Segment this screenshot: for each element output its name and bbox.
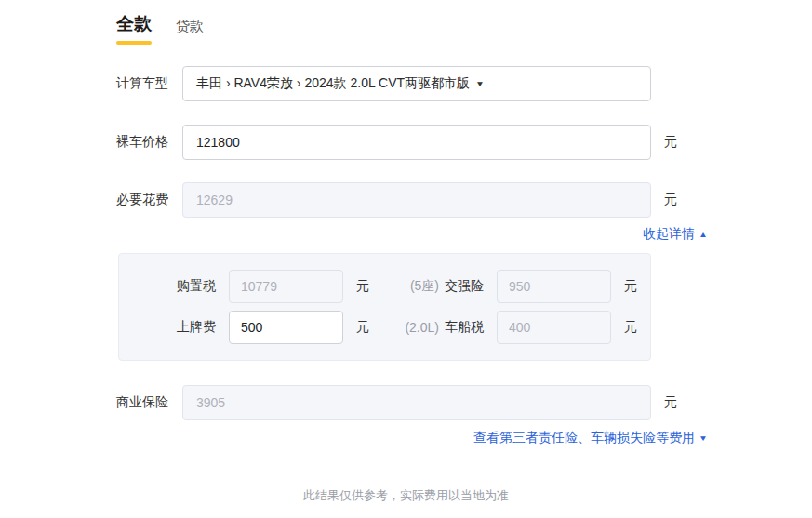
compulsory-insurance-unit: 元 bbox=[624, 278, 637, 295]
model-select[interactable]: 丰田 › RAV4荣放 › 2024款 2.0L CVT两驱都市版 ▼ bbox=[182, 66, 651, 101]
vehicle-tax-input bbox=[497, 311, 611, 344]
required-fees-label: 必要花费 bbox=[116, 192, 174, 208]
registration-fee-input[interactable] bbox=[229, 311, 343, 344]
collapse-details-link[interactable]: 收起详情 ▲ bbox=[643, 226, 708, 243]
model-row: 计算车型 丰田 › RAV4荣放 › 2024款 2.0L CVT两驱都市版 ▼ bbox=[116, 66, 677, 101]
commercial-insurance-input bbox=[182, 385, 651, 420]
chevron-down-icon: ▼ bbox=[699, 433, 708, 442]
model-label: 计算车型 bbox=[116, 75, 174, 92]
bare-price-unit: 元 bbox=[664, 134, 677, 151]
engine-prefix: (2.0L) bbox=[405, 320, 439, 335]
payment-tabs: 全款 贷款 bbox=[116, 0, 677, 45]
disclaimer-note: 此结果仅供参考，实际费用以当地为准 bbox=[0, 487, 812, 504]
tab-loan[interactable]: 贷款 bbox=[176, 18, 204, 45]
compulsory-insurance-input bbox=[497, 270, 611, 303]
vehicle-tax-unit: 元 bbox=[624, 319, 637, 336]
fees-detail-panel: 购置税 元 (5座) 交强险 元 上牌费 元 (2.0L) 车船税 元 bbox=[118, 253, 651, 361]
commercial-insurance-label: 商业保险 bbox=[116, 394, 174, 411]
purchase-tax-label: 购置税 bbox=[119, 278, 216, 295]
tab-loan-label: 贷款 bbox=[176, 18, 204, 33]
registration-fee-unit: 元 bbox=[356, 319, 369, 336]
bare-price-input[interactable] bbox=[182, 125, 651, 160]
bare-price-label: 裸车价格 bbox=[116, 134, 174, 151]
tab-full-payment[interactable]: 全款 bbox=[116, 12, 152, 45]
model-select-value: 丰田 › RAV4荣放 › 2024款 2.0L CVT两驱都市版 bbox=[196, 75, 470, 92]
seats-prefix: (5座) bbox=[410, 278, 439, 295]
view-more-insurance-link[interactable]: 查看第三者责任险、车辆损失险等费用 ▼ bbox=[473, 430, 708, 446]
price-calculator-page: 全款 贷款 计算车型 丰田 › RAV4荣放 › 2024款 2.0L CVT两… bbox=[0, 0, 812, 518]
commercial-insurance-row: 商业保险 元 bbox=[116, 385, 677, 420]
chevron-down-icon: ▼ bbox=[475, 79, 485, 87]
required-fees-unit: 元 bbox=[664, 192, 677, 208]
collapse-details-label: 收起详情 bbox=[643, 226, 695, 243]
view-more-insurance-label: 查看第三者责任险、车辆损失险等费用 bbox=[473, 430, 695, 446]
required-fees-row: 必要花费 元 bbox=[116, 182, 677, 218]
active-tab-underline bbox=[116, 41, 152, 45]
panel-row-tax: 购置税 元 (5座) 交强险 元 bbox=[119, 270, 637, 303]
panel-row-registration: 上牌费 元 (2.0L) 车船税 元 bbox=[119, 311, 637, 344]
chevron-up-icon: ▲ bbox=[699, 230, 708, 238]
commercial-insurance-unit: 元 bbox=[664, 394, 677, 411]
purchase-tax-input bbox=[229, 270, 343, 303]
registration-fee-label: 上牌费 bbox=[119, 319, 216, 336]
compulsory-insurance-label: 交强险 bbox=[445, 278, 484, 295]
bare-price-row: 裸车价格 元 bbox=[116, 125, 677, 160]
vehicle-tax-label: 车船税 bbox=[445, 319, 484, 336]
view-more-link-row: 查看第三者责任险、车辆损失险等费用 ▼ bbox=[116, 430, 708, 446]
purchase-tax-unit: 元 bbox=[356, 278, 369, 295]
collapse-link-row: 收起详情 ▲ bbox=[116, 226, 708, 243]
tab-full-payment-label: 全款 bbox=[116, 14, 152, 33]
required-fees-input bbox=[182, 182, 651, 218]
